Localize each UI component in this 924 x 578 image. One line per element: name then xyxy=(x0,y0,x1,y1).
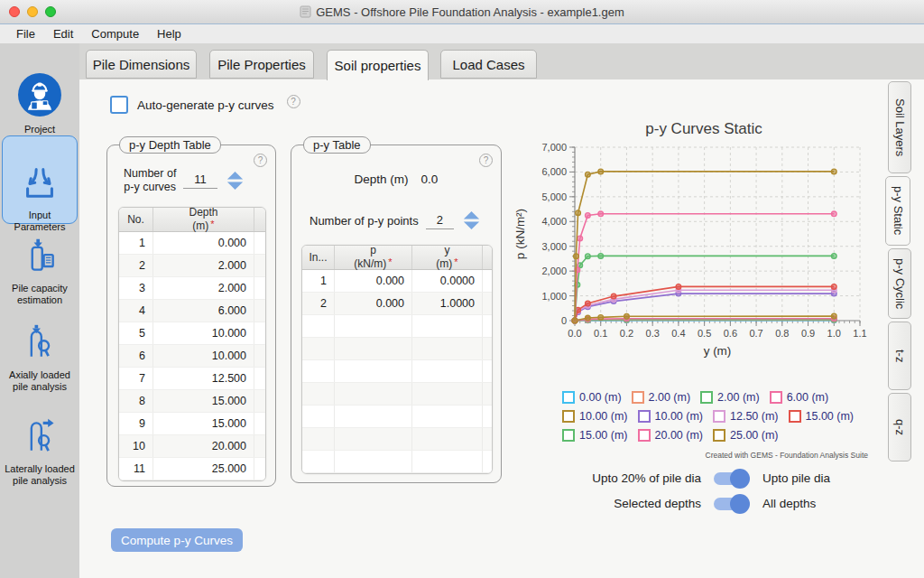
minimize-window-icon[interactable] xyxy=(27,6,38,17)
value-cell[interactable]: 20.000 xyxy=(153,435,254,457)
value-cell[interactable]: 0.000 xyxy=(335,270,412,292)
value-cell[interactable] xyxy=(254,368,265,389)
value-cell[interactable]: 1.0000 xyxy=(412,293,483,314)
value-cell[interactable] xyxy=(483,406,492,427)
value-cell[interactable] xyxy=(254,345,265,367)
value-cell[interactable] xyxy=(483,293,492,314)
value-cell[interactable] xyxy=(254,322,265,344)
menu-compute[interactable]: Compute xyxy=(91,27,139,41)
value-cell[interactable]: 0.000 xyxy=(335,293,412,314)
value-cell[interactable] xyxy=(254,255,265,276)
tab-soil-properties[interactable]: Soil properties xyxy=(327,50,429,80)
value-cell[interactable] xyxy=(412,383,483,405)
value-cell[interactable] xyxy=(412,338,483,359)
spinner-up-down-icon[interactable] xyxy=(226,171,245,191)
value-cell[interactable]: 25.000 xyxy=(153,458,254,480)
value-cell[interactable] xyxy=(254,458,265,480)
value-cell[interactable]: 2.000 xyxy=(153,255,254,276)
py-table: In...p(kN/m)*y(m)*10.0000.000020.0001.00… xyxy=(301,245,493,474)
legend-item: 6.00 (m) xyxy=(770,391,829,404)
help-icon[interactable] xyxy=(479,154,493,167)
spinner-up-down-icon[interactable] xyxy=(462,210,481,231)
value-cell[interactable] xyxy=(335,428,412,450)
table-row: 712.500 xyxy=(119,368,265,390)
row-index-cell: 6 xyxy=(119,345,153,367)
sidebar-item-pile-capacity-estimation[interactable]: Pile capacity estimation xyxy=(2,237,78,312)
tab-pile-dimensions[interactable]: Pile Dimensions xyxy=(86,50,197,79)
value-cell[interactable]: 2.000 xyxy=(153,277,254,299)
svg-text:4,000: 4,000 xyxy=(541,216,567,227)
value-cell[interactable]: 12.500 xyxy=(153,368,254,389)
value-cell[interactable]: 6.000 xyxy=(153,300,254,322)
value-cell[interactable] xyxy=(412,406,483,427)
close-window-icon[interactable] xyxy=(9,6,20,17)
value-cell[interactable]: 10.000 xyxy=(153,345,254,367)
row-index-cell: 4 xyxy=(119,300,153,322)
value-cell[interactable] xyxy=(483,428,492,450)
side-tab-soil-layers[interactable]: Soil Layers xyxy=(888,81,911,173)
num-py-curves-value[interactable]: 11 xyxy=(183,172,217,189)
value-cell[interactable] xyxy=(254,435,265,457)
sidebar-item-project-properties[interactable]: Project Properties xyxy=(2,72,78,130)
svg-text:1.1: 1.1 xyxy=(853,328,866,339)
value-cell[interactable] xyxy=(412,451,483,472)
side-tab-p-y-static[interactable]: p-y Static xyxy=(885,176,910,246)
value-cell[interactable]: 15.000 xyxy=(153,390,254,412)
toggle-knob[interactable] xyxy=(730,469,750,489)
chart-title: p-y Curves Static xyxy=(555,120,853,138)
num-py-points-value[interactable]: 2 xyxy=(426,213,454,229)
compute-py-curves-button[interactable]: Compute p-y Curves xyxy=(111,528,243,552)
value-cell[interactable] xyxy=(335,315,412,337)
value-cell[interactable] xyxy=(335,451,412,472)
sidebar-item-input-parameters[interactable]: Input Parameters xyxy=(2,135,78,224)
tab-load-cases[interactable]: Load Cases xyxy=(440,50,537,79)
value-cell[interactable] xyxy=(254,390,265,412)
toggle-switch-depths[interactable] xyxy=(714,498,748,510)
value-cell[interactable] xyxy=(254,413,265,434)
value-cell[interactable]: 0.0000 xyxy=(412,270,483,292)
row-index-cell: 11 xyxy=(119,458,153,480)
value-cell[interactable] xyxy=(412,315,483,337)
value-cell[interactable] xyxy=(483,360,492,382)
help-icon[interactable] xyxy=(254,154,267,167)
value-cell[interactable] xyxy=(483,338,492,359)
legend-item: 15.00 (m) xyxy=(562,429,628,442)
value-cell[interactable] xyxy=(335,406,412,427)
value-cell[interactable] xyxy=(483,383,492,405)
value-cell[interactable] xyxy=(483,270,492,292)
row-index-cell: 10 xyxy=(119,435,153,457)
value-cell[interactable] xyxy=(254,277,265,299)
svg-text:6,000: 6,000 xyxy=(541,166,567,177)
side-tab-t-z[interactable]: t-z xyxy=(888,322,911,390)
value-cell[interactable] xyxy=(483,451,492,472)
sidebar-item-laterally-loaded-pile-analysis[interactable]: Laterally loaded pile analysis xyxy=(2,417,78,493)
help-icon[interactable] xyxy=(287,95,300,108)
menu-file[interactable]: File xyxy=(16,27,35,41)
menu-edit[interactable]: Edit xyxy=(53,27,73,41)
right-tab-strip: Soil Layersp-y Staticp-y Cyclict-zq-z xyxy=(888,81,917,464)
svg-text:0.7: 0.7 xyxy=(749,328,762,339)
sidebar-item-label: Pile capacity estimation xyxy=(2,283,78,306)
autogen-checkbox[interactable] xyxy=(110,96,128,114)
value-cell[interactable]: 10.000 xyxy=(153,322,254,344)
toggle-knob[interactable] xyxy=(730,494,750,514)
toggle-switch-range[interactable] xyxy=(714,472,748,485)
sidebar-item-axially-loaded-pile-analysis[interactable]: Axially loaded pile analysis xyxy=(2,323,78,399)
value-cell[interactable]: 0.000 xyxy=(153,232,254,254)
value-cell[interactable] xyxy=(254,300,265,322)
side-tab-q-z[interactable]: q-z xyxy=(888,393,911,461)
value-cell[interactable] xyxy=(335,383,412,405)
value-cell[interactable] xyxy=(412,428,483,450)
side-tab-p-y-cyclic[interactable]: p-y Cyclic xyxy=(888,248,911,319)
tab-pile-properties[interactable]: Pile Properties xyxy=(209,50,314,79)
table-row: 46.000 xyxy=(119,300,265,322)
value-cell[interactable] xyxy=(483,315,492,337)
value-cell[interactable] xyxy=(335,338,412,359)
value-cell[interactable] xyxy=(335,360,412,382)
value-cell[interactable]: 15.000 xyxy=(153,413,254,434)
value-cell[interactable] xyxy=(412,360,483,382)
zoom-window-icon[interactable] xyxy=(45,6,56,17)
value-cell[interactable] xyxy=(254,232,265,254)
menu-help[interactable]: Help xyxy=(157,27,181,41)
legend-item: 12.50 (m) xyxy=(713,410,779,423)
